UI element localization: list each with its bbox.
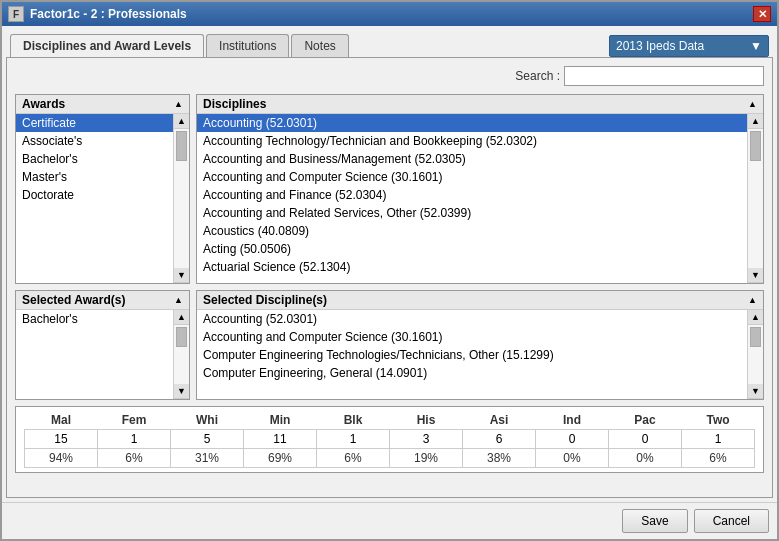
list-item[interactable]: Bachelor's [16,150,173,168]
disciplines-scrollbar: ▲ ▼ [747,114,763,283]
list-item[interactable]: Associate's [16,132,173,150]
sel-awards-scroll-down[interactable]: ▼ [174,384,189,399]
val-min: 11 [244,430,317,449]
awards-scroll-up[interactable]: ▲ [174,114,189,129]
bottom-panels: Selected Award(s) ▲ Bachelor's ▲ ▼ [15,290,764,400]
col-min: Min [244,411,317,430]
awards-panel-header: Awards ▲ [16,95,189,114]
col-his: His [390,411,463,430]
col-mal: Mal [25,411,98,430]
main-window: F Factor1c - 2 : Professionals ✕ Discipl… [0,0,779,541]
stats-header-row: Mal Fem Whi Min Blk His Asi Ind Pac Two [25,411,755,430]
tab-institutions[interactable]: Institutions [206,34,289,57]
val-fem: 1 [98,430,171,449]
selected-disciplines-list: Accounting (52.0301) Accounting and Comp… [197,310,747,399]
pct-whi: 31% [171,449,244,468]
list-item[interactable]: Certificate [16,114,173,132]
selected-awards-list: Bachelor's [16,310,173,399]
list-item[interactable]: Accounting Technology/Technician and Boo… [197,132,747,150]
sel-disc-scroll-down[interactable]: ▼ [748,384,763,399]
pct-min: 69% [244,449,317,468]
pct-his: 19% [390,449,463,468]
val-blk: 1 [317,430,390,449]
stats-percent-row: 94% 6% 31% 69% 6% 19% 38% 0% 0% 6% [25,449,755,468]
list-item[interactable]: Computer Engineering Technologies/Techni… [197,346,747,364]
col-whi: Whi [171,411,244,430]
list-item[interactable]: Acoustics (40.0809) [197,222,747,240]
disciplines-scroll-up[interactable]: ▲ [748,114,763,129]
list-item[interactable]: Accounting and Business/Management (52.0… [197,150,747,168]
val-whi: 5 [171,430,244,449]
stats-table: Mal Fem Whi Min Blk His Asi Ind Pac Two [24,411,755,468]
save-button[interactable]: Save [622,509,687,533]
stats-values-row: 15 1 5 11 1 3 6 0 0 1 [25,430,755,449]
col-ind: Ind [536,411,609,430]
tabs-header: Disciplines and Award Levels Institution… [6,30,773,57]
awards-list: Certificate Associate's Bachelor's Maste… [16,114,173,283]
val-his: 3 [390,430,463,449]
list-item[interactable]: Master's [16,168,173,186]
tab-disciplines[interactable]: Disciplines and Award Levels [10,34,204,57]
list-item[interactable]: Acting (50.0506) [197,240,747,258]
list-item[interactable]: Accounting (52.0301) [197,310,747,328]
selected-disciplines-panel: Selected Discipline(s) ▲ Accounting (52.… [196,290,764,400]
awards-panel: Awards ▲ Certificate Associate's Bachelo… [15,94,190,284]
top-panels: Awards ▲ Certificate Associate's Bachelo… [15,94,764,284]
val-two: 1 [682,430,755,449]
close-button[interactable]: ✕ [753,6,771,22]
val-ind: 0 [536,430,609,449]
col-asi: Asi [463,411,536,430]
col-blk: Blk [317,411,390,430]
col-two: Two [682,411,755,430]
list-item[interactable]: Doctorate [16,186,173,204]
tabs-left: Disciplines and Award Levels Institution… [10,34,349,57]
disciplines-panel-header: Disciplines ▲ [197,95,763,114]
list-item[interactable]: Bachelor's [16,310,173,328]
sel-awards-scrollbar: ▲ ▼ [173,310,189,399]
list-item[interactable]: Computer Engineering, General (14.0901) [197,364,747,382]
val-pac: 0 [609,430,682,449]
disciplines-list: Accounting (52.0301) Accounting Technolo… [197,114,747,283]
content-area: Disciplines and Award Levels Institution… [2,26,777,502]
list-item[interactable]: Accounting and Finance (52.0304) [197,186,747,204]
list-item[interactable]: Accounting and Related Services, Other (… [197,204,747,222]
selected-disciplines-panel-header: Selected Discipline(s) ▲ [197,291,763,310]
list-item[interactable]: Actuarial Science (52.1304) [197,258,747,276]
awards-scroll-down[interactable]: ▼ [174,268,189,283]
sel-disc-scroll-up-icon[interactable]: ▲ [748,295,757,305]
sel-disc-scroll-up[interactable]: ▲ [748,310,763,325]
disciplines-scroll-down[interactable]: ▼ [748,268,763,283]
val-asi: 6 [463,430,536,449]
list-item[interactable]: Accounting (52.0301) [197,114,747,132]
window-icon: F [8,6,24,22]
pct-two: 6% [682,449,755,468]
pct-mal: 94% [25,449,98,468]
pct-blk: 6% [317,449,390,468]
sel-disc-scrollbar: ▲ ▼ [747,310,763,399]
data-dropdown[interactable]: 2013 Ipeds Data ▼ [609,35,769,57]
list-item[interactable]: Accounting and Computer Science (30.1601… [197,168,747,186]
search-input[interactable] [564,66,764,86]
pct-pac: 0% [609,449,682,468]
bottom-bar: Save Cancel [2,502,777,539]
val-mal: 15 [25,430,98,449]
selected-awards-panel-header: Selected Award(s) ▲ [16,291,189,310]
tab-notes[interactable]: Notes [291,34,348,57]
disciplines-scroll-up-icon[interactable]: ▲ [748,99,757,109]
col-pac: Pac [609,411,682,430]
pct-fem: 6% [98,449,171,468]
window-title: Factor1c - 2 : Professionals [30,7,187,21]
list-item[interactable]: Accounting and Computer Science (30.1601… [197,328,747,346]
sel-awards-scroll-up-icon[interactable]: ▲ [174,295,183,305]
dropdown-arrow-icon: ▼ [750,39,762,53]
selected-awards-panel: Selected Award(s) ▲ Bachelor's ▲ ▼ [15,290,190,400]
tab-body: Search : Awards ▲ Certificate Associate'… [6,57,773,498]
awards-scrollbar: ▲ ▼ [173,114,189,283]
data-dropdown-container: 2013 Ipeds Data ▼ [609,35,769,57]
awards-scroll-up-icon[interactable]: ▲ [174,99,183,109]
cancel-button[interactable]: Cancel [694,509,769,533]
search-row: Search : [15,66,764,86]
sel-awards-scroll-up[interactable]: ▲ [174,310,189,325]
disciplines-panel: Disciplines ▲ Accounting (52.0301) Accou… [196,94,764,284]
title-bar: F Factor1c - 2 : Professionals ✕ [2,2,777,26]
